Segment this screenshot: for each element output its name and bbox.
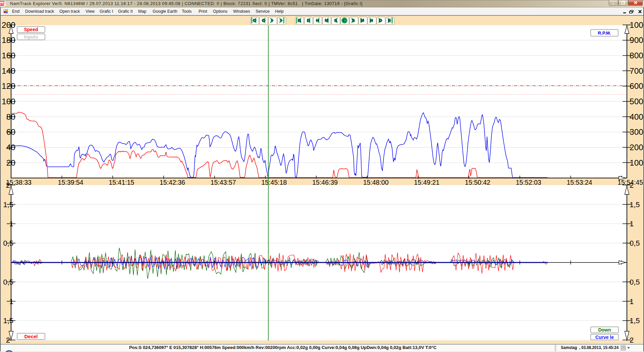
svg-text:200: 200 [630, 143, 643, 152]
svg-text:2: 2 [6, 181, 10, 189]
svg-text:1: 1 [630, 297, 634, 306]
svg-text:0,5: 0,5 [3, 278, 13, 286]
svg-text:15:50:42: 15:50:42 [465, 179, 490, 186]
svg-text:15:49:21: 15:49:21 [414, 179, 439, 186]
svg-text:100: 100 [630, 158, 643, 167]
svg-text:300: 300 [630, 127, 643, 136]
svg-text:S: S [334, 17, 337, 23]
svg-text:180: 180 [2, 36, 15, 45]
svg-text:600: 600 [630, 81, 643, 91]
svg-text:15:48:00: 15:48:00 [363, 179, 389, 186]
svg-text:1,5: 1,5 [630, 316, 640, 325]
svg-text:I: I [271, 17, 273, 23]
svg-text:D: D [379, 17, 382, 23]
svg-text:O: O [253, 17, 257, 23]
svg-text:I: I [280, 17, 282, 23]
svg-text:400: 400 [630, 112, 643, 121]
svg-text:H: H [316, 17, 320, 23]
svg-text:E: E [388, 17, 391, 23]
svg-text:M: M [325, 17, 329, 23]
svg-text:1: 1 [630, 220, 634, 228]
svg-text:15:52:03: 15:52:03 [516, 179, 541, 186]
svg-text:100: 100 [2, 97, 15, 106]
svg-text:160: 160 [2, 51, 15, 60]
svg-text:1,5: 1,5 [3, 200, 13, 209]
svg-text:1,5: 1,5 [3, 316, 13, 325]
svg-text:15:46:39: 15:46:39 [312, 179, 338, 186]
svg-text:140: 140 [2, 66, 15, 75]
svg-text:0,5: 0,5 [3, 239, 13, 247]
svg-text:40: 40 [6, 143, 15, 152]
svg-text:700: 700 [630, 66, 643, 75]
svg-text:15:42:36: 15:42:36 [160, 179, 185, 186]
svg-text:2: 2 [630, 336, 634, 344]
svg-text:20: 20 [6, 158, 15, 167]
svg-text:15:43:57: 15:43:57 [211, 179, 236, 186]
svg-text:0,5: 0,5 [630, 278, 640, 286]
svg-text:500: 500 [630, 97, 643, 106]
svg-text:M: M [360, 17, 365, 23]
svg-text:1,5: 1,5 [630, 200, 640, 209]
svg-text:1: 1 [9, 297, 13, 306]
svg-text:15:39:54: 15:39:54 [58, 179, 84, 186]
svg-text:120: 120 [2, 81, 15, 91]
svg-text:C: C [343, 17, 346, 23]
svg-text:H: H [370, 17, 373, 23]
svg-text:B: B [298, 17, 302, 23]
svg-text:800: 800 [630, 51, 643, 60]
svg-text:60: 60 [6, 127, 15, 136]
svg-text:D: D [307, 17, 311, 23]
svg-text:15:45:18: 15:45:18 [261, 179, 287, 186]
svg-text:S: S [352, 17, 355, 23]
svg-text:0,5: 0,5 [630, 239, 640, 247]
svg-text:15:41:15: 15:41:15 [109, 179, 134, 186]
svg-text:2: 2 [6, 336, 10, 344]
svg-text:O: O [262, 17, 266, 23]
svg-text:1: 1 [9, 220, 13, 228]
svg-text:15:53:24: 15:53:24 [567, 179, 592, 186]
svg-text:2: 2 [630, 181, 634, 189]
svg-text:900: 900 [630, 36, 643, 45]
